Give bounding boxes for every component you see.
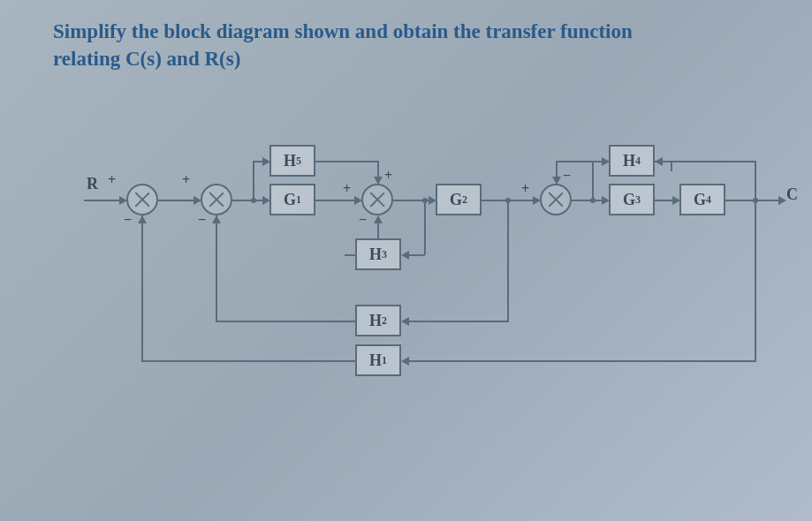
line	[661, 161, 756, 162]
summing-junction-1	[126, 184, 158, 215]
sign-plus: +	[384, 168, 392, 184]
sign-minus: −	[359, 212, 367, 228]
line	[424, 200, 426, 254]
page: Simplify the block diagram shown and obt…	[0, 0, 812, 521]
block-H3: H3	[355, 238, 401, 270]
arrow	[655, 157, 663, 166]
block-H2: H2	[355, 305, 401, 336]
arrow	[552, 177, 561, 185]
line	[315, 200, 354, 201]
block-G2: G2	[436, 184, 482, 215]
line	[141, 360, 355, 362]
line	[158, 200, 194, 201]
sign-minus: −	[198, 212, 206, 228]
block-G3: G3	[609, 184, 655, 215]
line	[377, 221, 379, 238]
arrow	[401, 251, 409, 260]
line	[655, 200, 674, 201]
line	[253, 161, 254, 200]
line	[556, 161, 609, 162]
arrow	[401, 357, 409, 366]
block-H4: H4	[609, 145, 655, 177]
summing-junction-3	[361, 184, 393, 215]
sign-minus: −	[563, 168, 571, 184]
title-line-2: relating C(s) and R(s)	[53, 48, 240, 70]
summing-junction-4	[540, 184, 572, 215]
block-H1: H1	[355, 344, 401, 376]
output-label-C: C	[786, 185, 798, 204]
line	[407, 360, 756, 362]
arrow	[212, 215, 221, 223]
line	[84, 200, 119, 201]
line	[141, 215, 143, 362]
node	[422, 198, 428, 203]
block-G1: G1	[269, 184, 315, 215]
sign-plus: +	[521, 181, 529, 197]
arrow	[374, 215, 383, 223]
line	[592, 161, 594, 200]
sign-plus: +	[108, 172, 116, 188]
line	[407, 321, 509, 322]
line	[755, 161, 756, 200]
line	[755, 200, 756, 360]
line	[315, 161, 379, 162]
sign-plus: +	[182, 172, 190, 188]
block-diagram: R C + − + − H5 G1	[0, 132, 812, 397]
arrow	[401, 317, 409, 326]
sign-minus: −	[124, 212, 132, 228]
title-line-1: Simplify the block diagram shown and obt…	[53, 20, 633, 42]
line	[407, 254, 425, 256]
title: Simplify the block diagram shown and obt…	[53, 18, 759, 72]
line	[216, 215, 217, 322]
sign-plus: +	[343, 181, 351, 197]
line	[216, 321, 355, 322]
line	[345, 254, 355, 256]
line	[507, 200, 509, 321]
arrow	[138, 215, 147, 223]
arrow	[778, 196, 786, 205]
block-G4: G4	[679, 184, 725, 215]
summing-junction-2	[201, 184, 232, 215]
block-H5: H5	[269, 145, 315, 177]
input-label-R: R	[87, 175, 98, 193]
line	[725, 200, 778, 201]
